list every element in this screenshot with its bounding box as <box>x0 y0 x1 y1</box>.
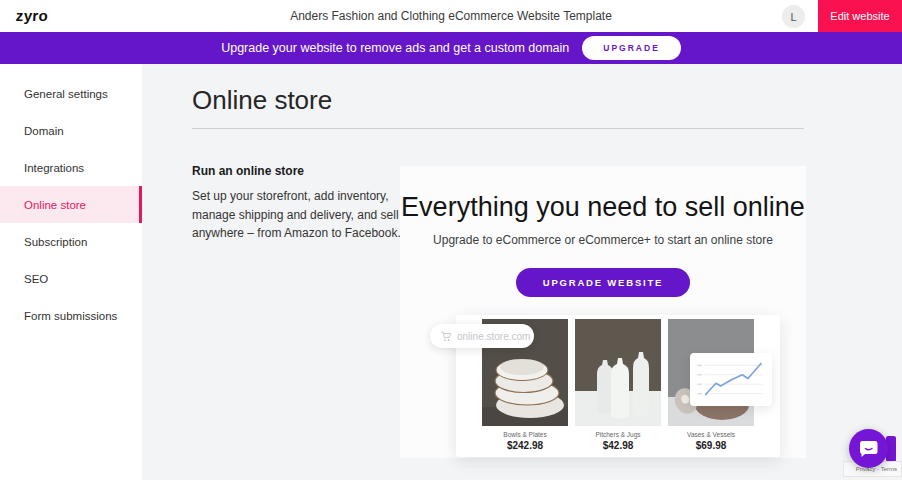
product-price: $242.98 <box>482 440 568 451</box>
upsell-heading: Everything you need to sell online <box>400 192 806 223</box>
sales-chart-card <box>690 353 772 406</box>
sidebar-item-general-settings[interactable]: General settings <box>0 75 142 112</box>
sidebar-item-integrations[interactable]: Integrations <box>0 149 142 186</box>
sidebar-item-subscription[interactable]: Subscription <box>0 223 142 260</box>
sidebar-item-online-store[interactable]: Online store <box>0 186 142 223</box>
product-name: Bowls & Plates <box>482 431 568 438</box>
intro-description: Set up your storefront, add inventory, m… <box>192 187 407 243</box>
top-bar: zyro Anders Fashion and Clothing eCommer… <box>0 0 902 32</box>
intro-title: Run an online store <box>192 164 407 178</box>
main-content: Online store Run an online store Set up … <box>142 64 902 480</box>
chat-button[interactable] <box>849 429 888 468</box>
sidebar-item-seo[interactable]: SEO <box>0 260 142 297</box>
product-name: Pitchers & Jugs <box>575 431 661 438</box>
edit-website-button[interactable]: Edit website <box>818 0 902 32</box>
upgrade-banner: Upgrade your website to remove ads and g… <box>0 32 902 64</box>
page-title: Online store <box>192 85 332 116</box>
product-image-pitchers <box>575 319 661 426</box>
settings-sidebar: General settings Domain Integrations Onl… <box>0 64 142 480</box>
product-card: Pitchers & Jugs $42.98 <box>575 319 661 457</box>
store-url-text: online.store.com <box>457 331 530 342</box>
title-divider <box>192 128 804 129</box>
upgrade-banner-text: Upgrade your website to remove ads and g… <box>221 41 569 55</box>
upsell-card: Everything you need to sell online Upgra… <box>400 166 806 458</box>
upgrade-website-button[interactable]: UPGRADE WEBSITE <box>516 268 690 297</box>
app-window: zyro Anders Fashion and Clothing eCommer… <box>0 0 902 480</box>
site-template-title: Anders Fashion and Clothing eCommerce We… <box>0 9 902 23</box>
product-price: $42.98 <box>575 440 661 451</box>
sidebar-item-domain[interactable]: Domain <box>0 112 142 149</box>
upsell-subheading: Upgrade to eCommerce or eCommerce+ to st… <box>400 233 806 247</box>
cart-icon <box>440 330 452 342</box>
sales-line-chart <box>693 356 769 403</box>
upgrade-banner-button[interactable]: UPGRADE <box>582 36 681 60</box>
sidebar-item-form-submissions[interactable]: Form submissions <box>0 297 142 334</box>
product-price: $69.98 <box>668 440 754 451</box>
chat-bubble-icon <box>858 438 879 459</box>
intro-section: Run an online store Set up your storefro… <box>192 164 407 243</box>
store-url-pill: online.store.com <box>430 324 534 348</box>
product-name: Vases & Vessels <box>668 431 754 438</box>
account-avatar[interactable]: L <box>782 5 805 28</box>
